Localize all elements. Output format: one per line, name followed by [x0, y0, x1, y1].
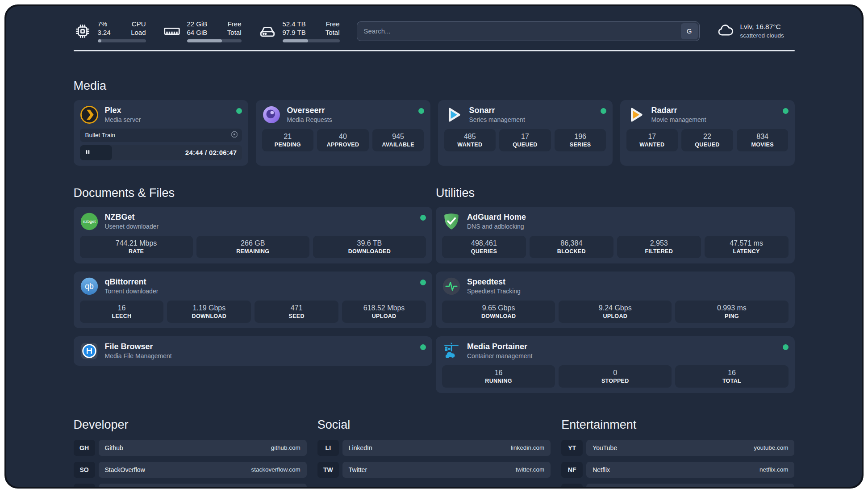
stat-value: 471 [258, 303, 335, 313]
bookmark-tag: GH [74, 440, 95, 456]
bookmark-name: Twitter [349, 466, 367, 473]
bookmark-column-developer: Developer GH Github github.com SO StackO… [74, 418, 307, 489]
section-title-social: Social [317, 418, 551, 432]
app-card-qbittorrent[interactable]: qb qBittorrent Torrent downloader [74, 272, 433, 328]
bookmark-name: LinkedIn [349, 444, 372, 451]
app-card-nzbget[interactable]: nzbget NZBGet Usenet downloader 74 [74, 207, 433, 263]
utilities-column: Utilities [436, 186, 795, 393]
app-card-plex[interactable]: Plex Media server Bullet Train [74, 100, 248, 166]
stat-label: LEECH [83, 313, 160, 320]
disk-total-label: Total [326, 28, 340, 37]
app-card-adguard[interactable]: AdGuard Home DNS and adblocking 498,461 … [436, 207, 795, 263]
stat-tile: 485 WANTED [444, 129, 496, 151]
app-description: Media server [105, 116, 230, 124]
stat-value: 47.571 ms [708, 238, 785, 248]
stat-tile: 39.6 TB DOWNLOADED [313, 236, 426, 258]
svg-text:qb: qb [85, 282, 93, 291]
bookmark-link-reddit[interactable]: Reddit reddit.com [586, 484, 794, 489]
bookmark-link-netflix[interactable]: Netflix netflix.com [586, 462, 794, 478]
stat-tile: 86,384 BLOCKED [530, 236, 613, 258]
bookmark-name: Netflix [593, 466, 610, 473]
app-card-sonarr[interactable]: Sonarr Series management 485 WANTED 17 Q… [438, 100, 613, 166]
bookmark-link-stackoverflow[interactable]: StackOverflow stackoverflow.com [99, 462, 307, 478]
cpu-usage-label: CPU [131, 20, 146, 28]
cpu-load-value: 3.24 [98, 28, 111, 37]
stat-tile: 0 STOPPED [559, 365, 672, 388]
nzbget-icon: nzbget [80, 212, 99, 231]
qbittorrent-icon: qb [80, 277, 99, 296]
stat-tile: 471 SEED [255, 301, 338, 323]
app-card-filebrowser[interactable]: File Browser Media File Management [74, 336, 433, 366]
disk-progress-track [283, 39, 340, 42]
speedtest-icon [442, 277, 461, 296]
section-title-media: Media [74, 79, 795, 93]
stat-value: 0 [562, 368, 668, 377]
bookmark-url: youtube.com [754, 444, 788, 451]
stat-label: QUEUED [685, 141, 730, 149]
portainer-icon [442, 342, 461, 360]
stat-value: 196 [558, 132, 603, 141]
app-card-radarr[interactable]: Radarr Movie management 17 WANTED 22 QUE… [620, 100, 795, 166]
app-card-speedtest[interactable]: Speedtest Speedtest Tracking 9.65 Gbps D… [436, 272, 795, 328]
status-online-dot [420, 215, 426, 221]
cloud-icon [717, 21, 734, 41]
stat-value: 834 [740, 132, 785, 141]
bookmark-tag: RE [561, 484, 583, 489]
stat-value: 266 GB [200, 238, 306, 248]
stat-value: 945 [376, 132, 421, 141]
status-online-dot [783, 108, 789, 114]
app-card-portainer[interactable]: Media Portainer Container management 16 … [436, 336, 795, 393]
playback-elapsed-chip [80, 145, 113, 160]
bookmark-url: netflix.com [760, 466, 789, 473]
now-playing-row: Bullet Train [80, 129, 242, 142]
stat-label: RUNNING [446, 377, 551, 385]
bookmark-link-linkedin[interactable]: LinkedIn linkedin.com [342, 440, 551, 456]
search-input[interactable] [357, 21, 700, 41]
app-card-overseerr[interactable]: Overseerr Media Requests 21 PENDING 40 A… [256, 100, 430, 166]
playback-progress-bar[interactable]: 24:44 / 02:06:47 [80, 145, 242, 160]
stat-tile: 834 MOVIES [737, 129, 789, 151]
memory-free-value: 22 GiB [187, 20, 208, 28]
stat-tile: 0.993 ms PING [675, 301, 788, 323]
bookmark-link-dev[interactable]: DEV dev.to [99, 484, 307, 489]
stat-label: APPROVED [321, 141, 365, 149]
stat-value: 16 [83, 303, 160, 313]
search-bar: G [357, 21, 700, 41]
stat-label: TOTAL [679, 377, 785, 385]
stat-label: AVAILABLE [376, 141, 421, 149]
bookmark-column-social: Social LI LinkedIn linkedin.com TW Twitt… [317, 418, 551, 489]
adguard-icon [442, 212, 461, 231]
bookmark-tag: SO [74, 462, 95, 478]
session-status-icon[interactable] [231, 131, 238, 140]
section-title-utilities: Utilities [436, 186, 795, 200]
stat-label: QUEUED [503, 141, 547, 149]
disk-total-value: 97.9 TB [283, 28, 306, 37]
stat-tile: 22 QUEUED [681, 129, 733, 151]
bookmark-tag: DT [74, 484, 95, 489]
cpu-usage-widget: 7% 3.24 CPU Load [74, 20, 146, 42]
stat-value: 22 [685, 132, 730, 141]
stat-value: 86,384 [533, 238, 610, 248]
stat-label: RATE [83, 248, 189, 255]
bookmark-tag: NF [561, 462, 583, 478]
status-online-dot [418, 108, 424, 114]
bookmark-link-twitter[interactable]: Twitter twitter.com [342, 462, 551, 478]
status-online-dot [783, 344, 789, 350]
top-status-bar: 7% 3.24 CPU Load [74, 20, 795, 42]
cpu-load-label: Load [131, 28, 146, 37]
stat-label: DOWNLOAD [446, 313, 551, 320]
disk-usage-widget: 52.4 TB 97.9 TB Free Total [259, 20, 340, 42]
search-engine-button[interactable]: G [681, 23, 698, 39]
bookmark-link-github[interactable]: Github github.com [99, 440, 307, 456]
overseerr-icon [262, 105, 281, 124]
bookmark-link-youtube[interactable]: YouTube youtube.com [586, 440, 794, 456]
stat-tile: 1.19 Gbps DOWNLOAD [167, 301, 251, 323]
bookmark-url: stackoverflow.com [251, 466, 300, 473]
stat-value: 498,461 [446, 238, 522, 248]
stat-tile: 17 QUEUED [499, 129, 551, 151]
stat-tile: 498,461 QUERIES [442, 236, 526, 258]
app-description: Usenet downloader [105, 222, 414, 230]
filebrowser-icon [80, 342, 99, 360]
app-name: AdGuard Home [467, 212, 789, 222]
stat-tile: 47.571 ms LATENCY [705, 236, 789, 258]
